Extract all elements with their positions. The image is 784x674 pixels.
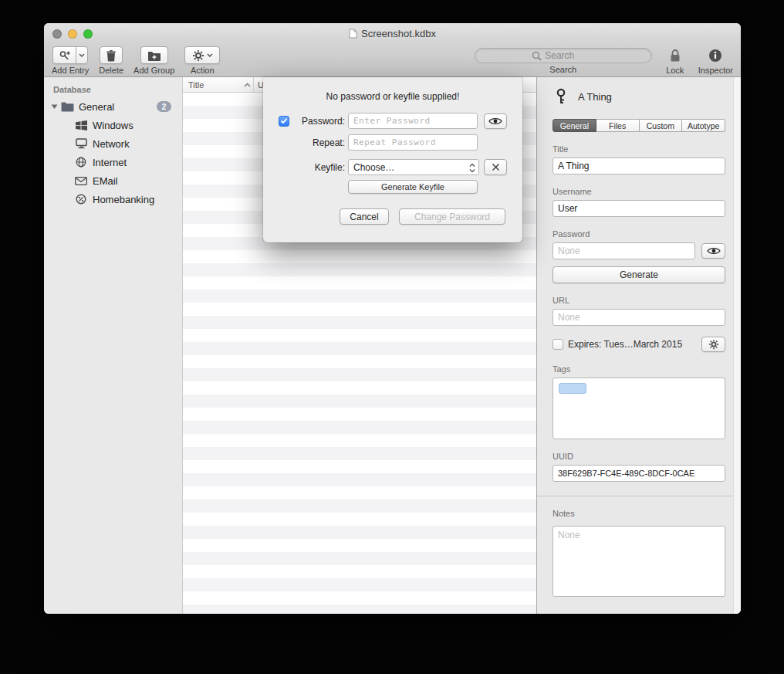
delete-toolbar-item: Delete [99, 46, 123, 75]
inspector-button[interactable] [704, 46, 727, 64]
enter-password-input[interactable] [348, 113, 478, 129]
cancel-button[interactable]: Cancel [340, 208, 389, 225]
keyfile-label: Keyfile: [315, 162, 345, 173]
inspector-tabs: General Files Custom Autotype [553, 119, 725, 132]
add-group-label: Add Group [133, 66, 174, 75]
tab-general[interactable]: General [553, 119, 596, 132]
tag-token[interactable] [559, 383, 586, 394]
padlock-icon [669, 49, 681, 63]
url-field-label: URL [553, 296, 725, 305]
eye-icon [488, 117, 502, 126]
add-entry-label: Add Entry [52, 66, 89, 75]
action-button[interactable] [184, 46, 220, 64]
expires-label: Expires: Tues…March 2015 [568, 339, 697, 350]
username-field[interactable] [553, 200, 725, 217]
sort-ascending-icon [244, 83, 251, 87]
check-icon [280, 117, 288, 124]
window-title: Screenshot.kdbx [361, 28, 436, 39]
repeat-row: Repeat: [279, 134, 507, 151]
stepper-icon [469, 163, 475, 173]
password-field[interactable] [553, 242, 695, 259]
lock-button[interactable] [664, 46, 687, 64]
envelope-icon [74, 177, 88, 185]
inspector-scrollbar[interactable] [733, 77, 741, 614]
inspector-label: Inspector [698, 66, 733, 75]
gear-icon [708, 339, 719, 350]
dialog-message: No password or keyfile supplied! [263, 91, 522, 102]
inspector-header: A Thing [553, 87, 725, 106]
monitor-icon [74, 138, 88, 149]
notes-field-label: Notes [553, 509, 725, 518]
title-area: Screenshot.kdbx [44, 23, 741, 44]
keyfile-row: Keyfile: Choose… [279, 159, 507, 175]
sidebar-item-label: Windows [93, 120, 133, 131]
entry-count-badge: 2 [157, 101, 171, 112]
sidebar-group-general[interactable]: General 2 [44, 97, 182, 116]
sidebar-item-label: Internet [93, 157, 127, 168]
expires-row: Expires: Tues…March 2015 [553, 337, 725, 352]
tab-custom[interactable]: Custom [640, 119, 683, 132]
title-field-label: Title [553, 144, 725, 154]
expires-checkbox[interactable] [553, 339, 563, 350]
trash-icon [106, 49, 117, 62]
sidebar: Database General 2 Windows [44, 77, 183, 614]
column-title-label: Title [188, 80, 204, 90]
percent-coin-icon [74, 194, 88, 205]
sidebar-item-email[interactable]: EMail [44, 171, 182, 190]
clear-keyfile-button[interactable] [484, 159, 507, 175]
folder-icon [61, 102, 74, 112]
folder-plus-icon [147, 50, 161, 61]
screen: Screenshot.kdbx [0, 0, 784, 674]
sidebar-item-label: Homebanking [93, 194, 154, 205]
search-label: Search [549, 65, 576, 74]
inspector-panel: A Thing General Files Custom Autotype Ti… [536, 77, 741, 614]
url-field[interactable] [553, 309, 725, 326]
password-row: Password: [279, 113, 507, 129]
toolbar-left-group: Add Entry Delete A [52, 46, 220, 75]
generate-password-button[interactable]: Generate [553, 266, 725, 283]
search-input[interactable] [545, 50, 594, 61]
entry-title: A Thing [578, 91, 612, 103]
notes-field[interactable] [553, 526, 725, 597]
sidebar-item-windows[interactable]: Windows [44, 116, 182, 134]
change-password-button[interactable]: Change Password [399, 208, 505, 225]
disclosure-triangle-icon[interactable] [50, 103, 58, 110]
title-field[interactable] [553, 157, 725, 174]
info-icon [708, 49, 722, 63]
expires-settings-button[interactable] [701, 337, 725, 352]
generate-keyfile-button[interactable]: Generate Keyfile [348, 180, 478, 194]
dialog-actions: Cancel Change Password [340, 208, 505, 225]
add-entry-toolbar-item: Add Entry [52, 46, 89, 75]
sidebar-item-internet[interactable]: Internet [44, 153, 182, 171]
search-field[interactable] [475, 48, 652, 63]
search-toolbar-item: Search [475, 46, 652, 74]
sidebar-item-homebanking[interactable]: Homebanking [44, 190, 182, 208]
sidebar-section-header: Database [53, 85, 182, 94]
action-label: Action [191, 66, 215, 75]
tab-files[interactable]: Files [596, 119, 640, 132]
document-icon [349, 29, 357, 39]
repeat-label: Repeat: [313, 137, 345, 148]
add-entry-dropdown-button[interactable] [76, 46, 88, 64]
uuid-field-label: UUID [553, 452, 725, 461]
sidebar-item-network[interactable]: Network [44, 134, 182, 153]
uuid-field[interactable] [553, 465, 725, 482]
tags-box[interactable] [553, 378, 725, 439]
gear-icon [192, 49, 204, 62]
search-icon [532, 51, 542, 61]
tab-autotype[interactable]: Autotype [682, 119, 725, 132]
password-checkbox[interactable] [279, 116, 289, 127]
change-password-dialog: No password or keyfile supplied! Passwor… [263, 77, 522, 242]
toolbar: Add Entry Delete A [44, 44, 741, 77]
add-group-toolbar-item: Add Group [133, 46, 174, 75]
delete-button[interactable] [100, 46, 123, 64]
windows-icon [74, 120, 88, 130]
delete-label: Delete [99, 66, 123, 75]
keyfile-select[interactable]: Choose… [348, 159, 479, 175]
reveal-password-button[interactable] [484, 113, 507, 129]
repeat-password-input[interactable] [348, 134, 478, 151]
reveal-password-button[interactable] [701, 243, 725, 259]
add-entry-button[interactable] [52, 46, 76, 64]
column-header-title[interactable]: Title [183, 77, 253, 92]
add-group-button[interactable] [140, 46, 168, 64]
